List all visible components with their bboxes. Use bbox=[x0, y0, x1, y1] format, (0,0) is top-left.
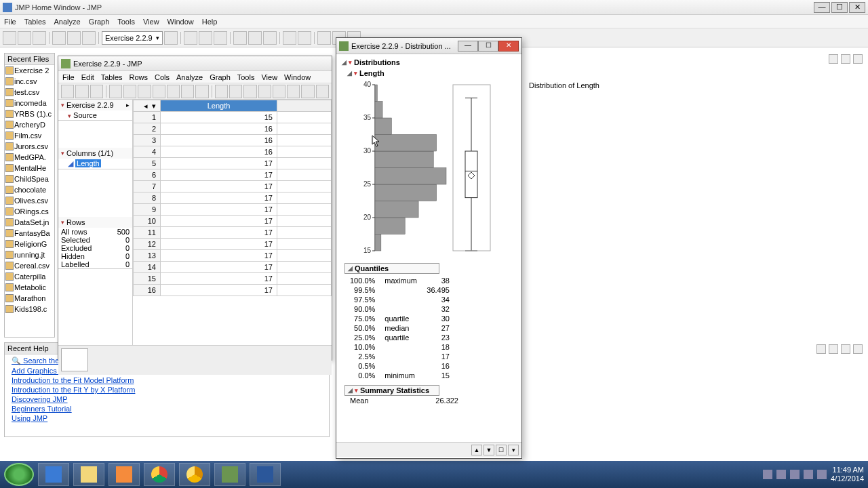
recent-file-item[interactable]: ArcheryD bbox=[5, 119, 54, 130]
nav-button[interactable]: ☐ bbox=[496, 445, 507, 455]
recent-file-item[interactable]: chocolate bbox=[5, 184, 54, 195]
table-row[interactable]: 115 bbox=[134, 112, 332, 123]
explorer-taskbar-button[interactable] bbox=[73, 463, 104, 486]
columns-header[interactable]: Columns (1/1) bbox=[58, 148, 132, 159]
nav-button[interactable]: ▾ bbox=[508, 445, 519, 455]
menu-tables[interactable]: Tables bbox=[24, 18, 46, 26]
summary-stats-header[interactable]: ▾Summary Statistics bbox=[344, 385, 439, 396]
help-link[interactable]: Beginners Tutorial bbox=[5, 404, 329, 413]
tool-button[interactable] bbox=[233, 31, 247, 45]
tool-button[interactable] bbox=[167, 85, 180, 98]
tool-button[interactable] bbox=[195, 85, 208, 98]
col-header-length[interactable]: Length bbox=[161, 100, 277, 112]
tool-button[interactable] bbox=[248, 31, 262, 45]
table-row[interactable]: 1117 bbox=[134, 227, 332, 239]
system-clock[interactable]: 11:49 AM 4/12/2014 bbox=[831, 466, 864, 483]
help-icon[interactable] bbox=[816, 344, 826, 354]
help-icon[interactable] bbox=[829, 344, 838, 354]
recent-file-item[interactable]: YRBS (1).c bbox=[5, 108, 54, 119]
recent-file-item[interactable]: MentalHe bbox=[5, 163, 54, 174]
recent-file-item[interactable]: Cereal.csv bbox=[5, 260, 54, 271]
menu-analyze[interactable]: Analyze bbox=[54, 18, 81, 26]
recent-file-item[interactable]: FantasyBa bbox=[5, 228, 54, 239]
thumbnail[interactable] bbox=[61, 348, 88, 371]
menu-view[interactable]: View bbox=[143, 18, 159, 26]
menu-window[interactable]: Window bbox=[167, 18, 194, 26]
chrome-taskbar-button[interactable] bbox=[144, 463, 175, 486]
table-row[interactable]: 1617 bbox=[134, 285, 332, 296]
corner-cell[interactable]: ◂ ▾ bbox=[134, 100, 161, 112]
tool-button[interactable] bbox=[199, 31, 212, 45]
start-button[interactable] bbox=[4, 463, 34, 486]
tray-icon[interactable] bbox=[817, 470, 827, 479]
recent-file-item[interactable]: running.jt bbox=[5, 249, 54, 260]
tool-button[interactable] bbox=[298, 31, 311, 45]
tool-button[interactable] bbox=[263, 31, 277, 45]
table-row[interactable]: 1017 bbox=[134, 216, 332, 227]
recent-file-item[interactable]: inc.csv bbox=[5, 76, 54, 87]
table-panel-name[interactable]: Exercise 2.2.9▸ bbox=[58, 100, 132, 110]
tool-button[interactable] bbox=[181, 85, 194, 98]
recent-file-item[interactable]: Metabolic bbox=[5, 282, 54, 293]
tray-icon[interactable] bbox=[763, 470, 772, 479]
help-icon[interactable] bbox=[841, 344, 850, 354]
recent-file-item[interactable]: ReligionG bbox=[5, 239, 54, 249]
jmp-taskbar-button[interactable] bbox=[214, 463, 245, 486]
tool-button[interactable] bbox=[109, 85, 122, 98]
dmenu-view[interactable]: View bbox=[261, 73, 277, 81]
tool-button[interactable] bbox=[82, 31, 96, 45]
dmenu-rows[interactable]: Rows bbox=[130, 73, 149, 81]
recent-file-item[interactable]: Caterpilla bbox=[5, 271, 54, 282]
table-row[interactable]: 517 bbox=[134, 158, 332, 169]
close-icon[interactable] bbox=[853, 344, 863, 354]
table-row[interactable]: 617 bbox=[134, 169, 332, 181]
table-row[interactable]: 1517 bbox=[134, 273, 332, 285]
tool-button[interactable] bbox=[301, 85, 314, 98]
recent-file-item[interactable]: ORings.cs bbox=[5, 206, 54, 217]
source-item[interactable]: ▾ Source bbox=[58, 110, 132, 120]
recent-file-item[interactable]: Marathon bbox=[5, 293, 54, 304]
save-button[interactable] bbox=[33, 31, 46, 45]
help-link[interactable]: Discovering JMP bbox=[5, 394, 329, 404]
help-link[interactable]: Using JMP bbox=[5, 413, 329, 423]
tool-button[interactable] bbox=[184, 31, 197, 45]
tool-button[interactable] bbox=[273, 85, 285, 98]
ie-taskbar-button[interactable] bbox=[38, 463, 69, 486]
column-length[interactable]: ◢ Length bbox=[58, 159, 132, 169]
table-row[interactable]: 1317 bbox=[134, 250, 332, 262]
nav-down-button[interactable]: ▼ bbox=[484, 445, 494, 455]
tool-button[interactable] bbox=[61, 85, 74, 98]
recent-file-item[interactable]: test.csv bbox=[5, 87, 54, 98]
word-taskbar-button[interactable] bbox=[250, 463, 281, 486]
table-row[interactable]: 316 bbox=[134, 135, 332, 146]
recent-file-item[interactable]: DataSet.jn bbox=[5, 217, 54, 228]
table-row[interactable]: 216 bbox=[134, 123, 332, 135]
tray-icon[interactable] bbox=[790, 470, 800, 479]
dmenu-analyze[interactable]: Analyze bbox=[176, 73, 203, 81]
open-button[interactable] bbox=[18, 31, 31, 45]
recent-file-item[interactable]: incomeda bbox=[5, 98, 54, 108]
tool-button[interactable] bbox=[317, 31, 331, 45]
tool-button[interactable] bbox=[138, 85, 151, 98]
maximize-button[interactable]: ☐ bbox=[831, 2, 848, 13]
tool-button[interactable] bbox=[243, 85, 256, 98]
recent-file-item[interactable]: Jurors.csv bbox=[5, 141, 54, 152]
tool-button[interactable] bbox=[164, 31, 178, 45]
distributions-header[interactable]: ▾Distributions bbox=[342, 57, 516, 68]
tool-button[interactable] bbox=[90, 85, 103, 98]
menu-file[interactable]: File bbox=[4, 18, 16, 26]
nav-up-button[interactable]: ▲ bbox=[471, 445, 482, 455]
tool-button[interactable] bbox=[75, 85, 88, 98]
tool-button[interactable] bbox=[153, 85, 165, 98]
table-row[interactable]: 817 bbox=[134, 192, 332, 204]
dmenu-graph[interactable]: Graph bbox=[210, 73, 231, 81]
table-selector[interactable]: Exercise 2.2.9 bbox=[102, 31, 163, 45]
tray-icon[interactable] bbox=[804, 470, 813, 479]
recent-file-item[interactable]: MedGPA. bbox=[5, 152, 54, 163]
tool-button[interactable] bbox=[287, 85, 300, 98]
tool-button[interactable] bbox=[283, 31, 296, 45]
dropdown-icon[interactable] bbox=[841, 54, 850, 64]
maximize-button[interactable]: ☐ bbox=[478, 41, 498, 52]
dmenu-window[interactable]: Window bbox=[284, 73, 311, 81]
tool-button[interactable] bbox=[229, 85, 242, 98]
